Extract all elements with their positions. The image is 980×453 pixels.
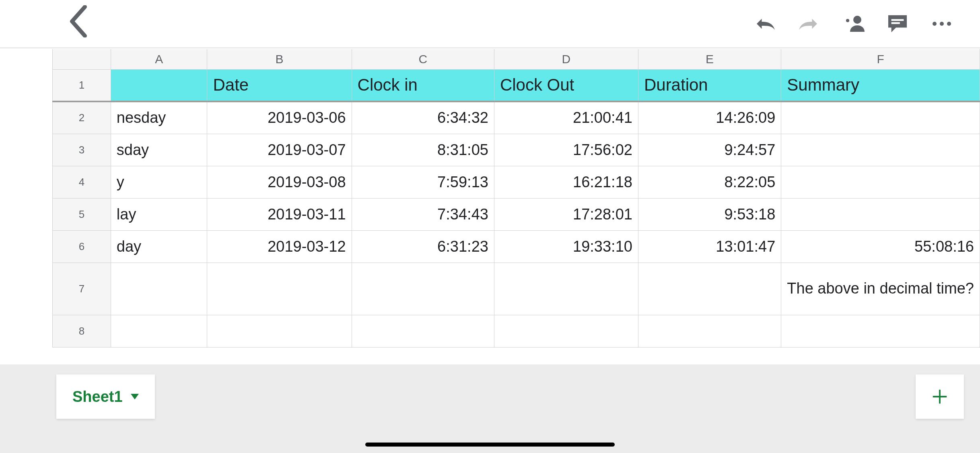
more-button[interactable] [920, 8, 964, 40]
column-header-row: A B C D E F [53, 49, 980, 69]
cell[interactable]: 55:08:16 [781, 230, 980, 263]
svg-point-0 [853, 16, 861, 24]
cell-F1[interactable]: Summary [781, 69, 980, 101]
redo-button[interactable] [787, 8, 831, 40]
table-row: 3 sday 2019-03-07 8:31:05 17:56:02 9:24:… [53, 134, 980, 166]
cell[interactable]: 2019-03-11 [207, 198, 352, 230]
cell[interactable]: 8:22:05 [638, 166, 781, 198]
row-header[interactable]: 5 [53, 198, 111, 230]
col-header-B[interactable]: B [207, 49, 352, 69]
cell[interactable]: 13:01:47 [638, 230, 781, 263]
table-row: 7 The above in decimal time? [53, 263, 980, 315]
row-header[interactable]: 3 [53, 134, 111, 166]
cell[interactable]: 2019-03-08 [207, 166, 352, 198]
cell[interactable] [781, 101, 980, 134]
sheet-tab-bar: Sheet1 [0, 364, 980, 429]
table-row: 6 day 2019-03-12 6:31:23 19:33:10 13:01:… [53, 230, 980, 263]
cell[interactable] [207, 315, 352, 347]
cell[interactable]: 19:33:10 [494, 230, 638, 263]
table-row: 8 [53, 315, 980, 347]
svg-point-4 [940, 22, 944, 26]
cell[interactable]: 21:00:41 [494, 101, 638, 134]
sheet-tab[interactable]: Sheet1 [56, 374, 155, 419]
cell[interactable]: 16:21:18 [494, 166, 638, 198]
cell[interactable]: 2019-03-12 [207, 230, 352, 263]
row-header[interactable]: 6 [53, 230, 111, 263]
cell[interactable] [494, 263, 638, 315]
cell[interactable]: 7:34:43 [352, 198, 494, 230]
cell[interactable] [352, 315, 494, 347]
cell-F7[interactable]: The above in decimal time? [781, 263, 980, 315]
table-row: 2 nesday 2019-03-06 6:34:32 21:00:41 14:… [53, 101, 980, 134]
row-header[interactable]: 2 [53, 101, 111, 134]
row-header[interactable]: 7 [53, 263, 111, 315]
svg-rect-1 [891, 19, 904, 21]
col-header-F[interactable]: F [781, 49, 980, 69]
cell[interactable]: 17:56:02 [494, 134, 638, 166]
table-row: 4 y 2019-03-08 7:59:13 16:21:18 8:22:05 [53, 166, 980, 198]
row-header[interactable]: 8 [53, 315, 111, 347]
back-button[interactable] [68, 5, 89, 43]
cell[interactable] [494, 315, 638, 347]
cell-C1[interactable]: Clock in [352, 69, 494, 101]
svg-point-5 [947, 22, 951, 26]
cell[interactable] [352, 263, 494, 315]
cell[interactable] [781, 166, 980, 198]
cell[interactable] [638, 315, 781, 347]
cell[interactable]: 8:31:05 [352, 134, 494, 166]
cell[interactable]: 9:53:18 [638, 198, 781, 230]
cell[interactable] [111, 315, 207, 347]
cell[interactable]: sday [111, 134, 207, 166]
sheet-tab-label: Sheet1 [72, 388, 123, 405]
cell[interactable]: day [111, 230, 207, 263]
cell[interactable] [781, 134, 980, 166]
cell[interactable] [207, 263, 352, 315]
row-header[interactable]: 4 [53, 166, 111, 198]
col-header-A[interactable]: A [111, 49, 207, 69]
cell[interactable]: nesday [111, 101, 207, 134]
cell[interactable]: 6:34:32 [352, 101, 494, 134]
cell-A1[interactable] [111, 69, 207, 101]
cell[interactable] [781, 198, 980, 230]
cell[interactable] [638, 263, 781, 315]
add-person-button[interactable] [831, 8, 875, 40]
cell[interactable]: lay [111, 198, 207, 230]
cell[interactable]: 2019-03-07 [207, 134, 352, 166]
cell[interactable]: 7:59:13 [352, 166, 494, 198]
col-header-E[interactable]: E [638, 49, 781, 69]
cell[interactable]: y [111, 166, 207, 198]
cell[interactable]: 9:24:57 [638, 134, 781, 166]
bottom-spacer [0, 429, 980, 453]
cell[interactable] [111, 263, 207, 315]
undo-button[interactable] [743, 8, 787, 40]
row-header-1[interactable]: 1 [53, 69, 111, 101]
cell-B1[interactable]: Date [207, 69, 352, 101]
cell[interactable]: 14:26:09 [638, 101, 781, 134]
col-header-C[interactable]: C [352, 49, 494, 69]
cell[interactable]: 6:31:23 [352, 230, 494, 263]
svg-point-3 [933, 22, 937, 26]
home-indicator [365, 443, 615, 447]
cell-E1[interactable]: Duration [638, 69, 781, 101]
toolbar [0, 0, 980, 48]
table-row: 1 Date Clock in Clock Out Duration Summa… [53, 69, 980, 101]
chevron-down-icon [131, 394, 139, 399]
cell[interactable]: 2019-03-06 [207, 101, 352, 134]
add-sheet-button[interactable] [916, 374, 964, 419]
table-row: 5 lay 2019-03-11 7:34:43 17:28:01 9:53:1… [53, 198, 980, 230]
select-all-corner[interactable] [53, 49, 111, 69]
svg-rect-2 [891, 22, 900, 24]
cell[interactable] [781, 315, 980, 347]
comment-button[interactable] [875, 8, 920, 40]
cell-D1[interactable]: Clock Out [494, 69, 638, 101]
cell[interactable]: 17:28:01 [494, 198, 638, 230]
spreadsheet[interactable]: A B C D E F 1 Date Clock in Clock Out Du… [0, 49, 980, 364]
grid[interactable]: A B C D E F 1 Date Clock in Clock Out Du… [52, 49, 980, 348]
col-header-D[interactable]: D [494, 49, 638, 69]
